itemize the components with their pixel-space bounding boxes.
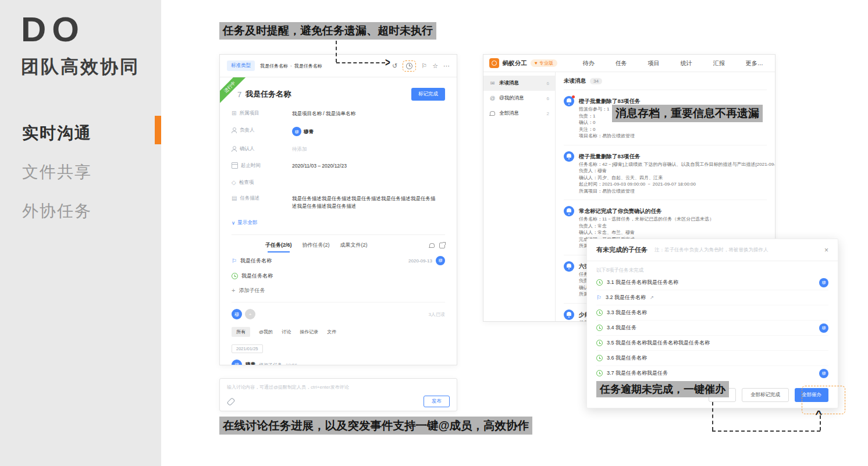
field-label: 所属项目 [239, 110, 259, 116]
breadcrumb-item: 我是任务名称 [294, 63, 322, 69]
filter-discussion[interactable]: 讨论 [282, 329, 291, 335]
nav-reports[interactable]: 汇报 [713, 59, 725, 67]
field-value[interactable]: 2020/11/03 – 2020/12/23 [292, 162, 445, 170]
sidebar-item-unread[interactable]: ✉ 未读消息 6 [483, 76, 555, 91]
field-row-dates: 起止时间 2020/11/03 – 2020/12/23 [232, 162, 445, 170]
undo-icon[interactable]: ↺ [392, 62, 397, 70]
annotation-reminder: 任务及时提醒，避免任务遗漏、超时未执行 [219, 22, 436, 40]
mark-all-complete-button[interactable]: 全部标记完成 [742, 388, 789, 402]
nav-projects[interactable]: 项目 [648, 59, 660, 67]
plus-icon: + [232, 288, 235, 293]
filter-at-me[interactable]: @我的 [259, 329, 273, 335]
nav-todo[interactable]: 待办 [583, 59, 595, 67]
slide-menu-files[interactable]: 文件共享 [22, 161, 92, 183]
subtask-row[interactable]: 3.7 我是任务名称我是任务 穆 [596, 366, 828, 380]
star-icon[interactable]: ☆ [432, 62, 438, 70]
slide-menu-realtime[interactable]: 实时沟通 [22, 122, 92, 144]
alarm-reminder-icon[interactable] [406, 63, 412, 69]
slide-menu-external[interactable]: 外协任务 [22, 200, 92, 222]
subtask-tabs: 子任务(2/6) 协作任务(2) 成果文件(2) [232, 234, 445, 249]
message-line: 关注：0 [579, 126, 641, 133]
clock-icon [596, 310, 603, 316]
task-number: 7 [237, 90, 241, 99]
urge-all-button[interactable]: 全部催办 [795, 388, 828, 402]
subtask-row[interactable]: ⚐ 3.2 我是任务名称 ↗ [596, 290, 828, 305]
comment-input[interactable]: 输入讨论内容，可通过@提醒制定人员，ctrl+enter发布评论 [227, 384, 450, 390]
task-detail-panel: 标准类型 我是任务名称 › 我是任务名称 ↺ ⚐ ☆ ⋯ 进行中 7 我是任务名… [219, 54, 457, 365]
tab-collab-tasks[interactable]: 协作任务(2) [303, 241, 330, 249]
subtask-text: 3.2 我是任务名称 [606, 294, 646, 301]
nav-tasks[interactable]: 任务 [616, 59, 627, 67]
external-link-icon[interactable]: ↗ [650, 295, 654, 300]
subtask-text: 3.4 我是任务 [607, 324, 636, 332]
date-chip: 2021/01/25 [232, 344, 263, 353]
bell-icon [490, 111, 495, 115]
breadcrumb-item[interactable]: 我是任务名称 [260, 63, 288, 69]
clock-icon [596, 355, 603, 361]
alarm-highlight-box [403, 61, 416, 72]
subtask-row[interactable]: 3.5 我是任务名称我是任务名称我是任务名称 [596, 336, 828, 351]
notification-bell-icon [564, 261, 574, 272]
subtask-row[interactable]: 3.6 我是任务名称 [596, 351, 828, 366]
field-row-description: ▤任务描述 我是任务描述我是任务描述我是任务描述我是任务描述我是任务描述我是任务… [232, 195, 445, 210]
grid-icon: ⊞ [232, 111, 236, 116]
field-value[interactable]: 我是项目名称 / 我是清单名称 [292, 110, 445, 118]
sidebar-item-at-me[interactable]: @ @我的消息 6 [483, 91, 555, 106]
close-icon[interactable]: × [824, 247, 828, 254]
paperclip-icon[interactable] [227, 397, 236, 406]
more-icon[interactable]: ⋯ [443, 62, 450, 70]
message-line: 确认人：芮夕、自起、云天、四月、江来 [579, 175, 775, 182]
message-item[interactable]: 橙子批量删除了83项任务 任务名称：42－[穆青]上级绩效 下达的内容确认、以及… [564, 145, 767, 201]
calendar-icon [232, 162, 238, 169]
subtask-row[interactable]: 3.3 我是任务名称 [596, 305, 828, 321]
message-line: 负责人：常念 [579, 223, 714, 230]
subtask-text: 3.7 我是任务名称我是任务 [607, 369, 668, 377]
nav-stats[interactable]: 统计 [681, 59, 692, 67]
message-line: 起止时间：2021-09-03 09:00:00 － 2021-09-07 18… [579, 181, 775, 188]
annotation-archive: 消息存档，重要信息不再遗漏 [612, 105, 763, 122]
field-row-owner: 负责人 穆 穆青 [232, 127, 445, 136]
flag-icon[interactable]: ⚐ [421, 62, 427, 70]
filter-files[interactable]: 文件 [327, 329, 336, 335]
message-title: 橙子批量删除了83项任务 [579, 151, 775, 161]
avatar: 穆 [232, 309, 242, 319]
show-all-link[interactable]: ∨ 显示全部 [232, 219, 445, 226]
sidebar-item-all[interactable]: 全部消息 2 [483, 106, 555, 121]
chevron-down-icon: ∨ [232, 220, 235, 226]
export-icon[interactable] [439, 243, 445, 248]
bell-icon[interactable] [429, 243, 435, 247]
field-value[interactable]: 待添加 [292, 145, 445, 153]
field-value[interactable]: 穆 穆青 [292, 127, 445, 136]
dialog-subtitle: 以下8项子任务未完成 [587, 261, 838, 275]
subtask-row[interactable]: 3.1 我是任务名称我是任务名称 穆 [596, 275, 828, 290]
filter-all[interactable]: 所有 [232, 327, 250, 337]
avatar: 穆 [436, 256, 445, 265]
mark-complete-button[interactable]: 标记完成 [411, 88, 445, 101]
subtask-row[interactable]: ⚐ 我是任务名称 2020-09-13穆 [232, 256, 445, 265]
connector-line [820, 415, 821, 431]
breadcrumb: 我是任务名称 › 我是任务名称 [260, 63, 322, 69]
subtask-row[interactable]: 我是任务名称 [232, 272, 445, 280]
message-line: 确认人：常念、布兰、穆青 [579, 229, 714, 236]
add-member-icon[interactable]: + [245, 309, 255, 319]
message-line: 任务名称：11－选择任务，未标记已选的任务（未区分已选未选） [579, 216, 714, 223]
send-button[interactable]: 发布 [424, 396, 450, 407]
read-count: 3人已读 [429, 311, 445, 318]
avatar: 穆 [232, 360, 242, 365]
comment-action: 修改了任务 [259, 362, 282, 366]
comment-time: 19:56 [286, 362, 297, 366]
field-label: 确认人 [240, 145, 255, 152]
tab-result-files[interactable]: 成果文件(2) [340, 241, 368, 249]
flag-icon: ⚐ [596, 295, 602, 300]
filter-operations[interactable]: 操作记录 [300, 329, 318, 335]
message-title: 常念标记完成了你负责确认的任务 [579, 206, 714, 216]
subtask-row[interactable]: 3.4 我是任务 穆 [596, 321, 828, 336]
brand-title: DO [21, 9, 85, 49]
slide-sidebar: DO 团队高效协同 实时沟通 文件共享 外协任务 [0, 0, 161, 466]
tag-icon: ◇ [232, 180, 236, 185]
add-subtask-button[interactable]: + 添加子任务 [232, 287, 445, 294]
tab-subtasks[interactable]: 子任务(2/6) [265, 241, 292, 249]
flag-icon: ⚐ [232, 258, 237, 264]
clock-icon [596, 340, 603, 346]
nav-more[interactable]: 更多… [746, 59, 763, 67]
